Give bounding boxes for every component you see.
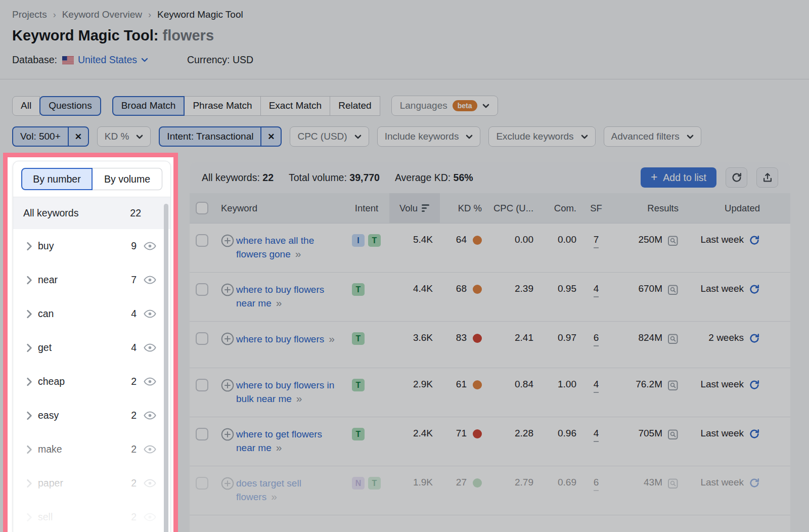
eye-icon[interactable] [144,343,156,352]
eye-icon[interactable] [144,377,156,386]
breadcrumb-projects[interactable]: Projects [12,9,47,20]
database-dropdown[interactable]: United States [78,54,148,66]
by-number-toggle[interactable]: By number [21,168,93,190]
row-checkbox[interactable] [196,283,208,296]
select-all-checkbox[interactable] [196,202,208,214]
match-type-tab[interactable]: Questions [39,96,101,116]
remove-filter-icon[interactable]: ✕ [68,127,88,146]
row-checkbox[interactable] [196,234,208,247]
filter-chip[interactable]: Advanced filters [604,126,701,147]
all-keywords-row[interactable]: All keywords 22 [13,197,170,229]
serp-preview-icon[interactable] [667,284,679,296]
expand-keyword-icon[interactable]: » [276,297,281,308]
remove-filter-icon[interactable]: ✕ [260,127,281,146]
serp-features-link[interactable]: 4 [594,379,599,393]
chevron-right-icon[interactable] [26,479,32,488]
refresh-keyword-icon[interactable] [749,333,760,344]
export-button[interactable] [756,167,778,188]
add-keyword-icon[interactable] [221,477,234,490]
keyword-group-row[interactable]: near 7 [13,263,170,297]
serp-preview-icon[interactable] [667,379,679,391]
match-type-tab[interactable]: All [12,96,40,116]
keyword-link[interactable]: where have all the flowers gone» [236,234,341,261]
refresh-table-button[interactable] [726,167,747,188]
serp-preview-icon[interactable] [667,235,679,247]
keyword-group-row[interactable]: buy 9 [13,229,170,263]
serp-preview-icon[interactable] [667,428,679,440]
add-keyword-icon[interactable] [221,234,234,247]
intent-badge-t: T [352,428,365,440]
keyword-group-row[interactable]: can 4 [13,297,170,331]
chevron-right-icon[interactable] [26,377,32,386]
languages-dropdown[interactable]: Languages beta [391,96,498,116]
keyword-link[interactable]: where to buy flowers» [236,332,334,346]
keyword-link[interactable]: does target sell flowers» [236,477,341,504]
keyword-link[interactable]: where to buy flowers in bulk near me» [236,379,341,406]
row-checkbox[interactable] [196,379,208,391]
keyword-link[interactable]: where to get flowers near me» [236,428,341,455]
match-type-tab[interactable]: Related [330,96,380,116]
eye-icon[interactable] [144,309,156,318]
chevron-right-icon[interactable] [26,445,32,454]
keyword-group-row[interactable]: sell 2 [13,500,170,532]
beta-badge: beta [453,100,477,111]
chevron-right-icon[interactable] [26,242,32,251]
refresh-keyword-icon[interactable] [749,379,760,390]
keyword-group-row[interactable]: cheap 2 [13,365,170,398]
expand-keyword-icon[interactable]: » [329,333,334,344]
chevron-right-icon[interactable] [26,343,32,352]
chevron-right-icon[interactable] [26,309,32,319]
keyword-group-row[interactable]: easy 2 [13,398,170,432]
eye-icon[interactable] [144,242,156,250]
eye-icon[interactable] [144,479,156,487]
chevron-right-icon[interactable] [26,276,32,285]
filter-chip[interactable]: Intent: Transactional ✕ [159,126,282,147]
serp-preview-icon[interactable] [667,477,679,490]
filter-chip[interactable]: Exclude keywords [488,126,595,147]
eye-icon[interactable] [144,445,156,454]
filter-chip[interactable]: KD % [97,126,151,147]
add-keyword-icon[interactable] [221,332,234,345]
serp-features-link[interactable]: 4 [594,428,599,442]
row-checkbox[interactable] [196,428,208,440]
eye-icon[interactable] [144,411,156,420]
keyword-group-count: 2 [131,444,137,455]
match-type-tab[interactable]: Exact Match [260,96,331,116]
row-checkbox[interactable] [196,477,208,490]
match-type-tab[interactable]: Phrase Match [184,96,260,116]
serp-features-link[interactable]: 7 [594,234,599,248]
refresh-keyword-icon[interactable] [749,477,760,489]
sidebar-scrollbar-thumb[interactable] [164,204,168,532]
refresh-keyword-icon[interactable] [749,284,760,295]
eye-icon[interactable] [144,276,156,284]
serp-features-link[interactable]: 6 [594,477,599,491]
breadcrumb-keyword-overview[interactable]: Keyword Overview [62,9,142,20]
expand-keyword-icon[interactable]: » [276,441,281,453]
match-type-tab[interactable]: Broad Match [112,96,185,116]
by-volume-toggle[interactable]: By volume [93,168,162,190]
refresh-keyword-icon[interactable] [749,428,760,439]
column-header-volume[interactable]: Volu [389,193,440,223]
refresh-keyword-icon[interactable] [749,235,760,246]
eye-icon[interactable] [144,513,156,521]
row-checkbox[interactable] [196,332,208,345]
serp-preview-icon[interactable] [667,333,679,345]
serp-features-link[interactable]: 6 [594,332,599,346]
add-keyword-icon[interactable] [221,379,234,392]
keyword-group-row[interactable]: make 2 [13,432,170,466]
keyword-link[interactable]: where to buy flowers near me» [236,283,341,310]
serp-features-link[interactable]: 4 [594,283,599,297]
add-to-list-button[interactable]: +Add to list [641,167,716,188]
expand-keyword-icon[interactable]: » [296,392,301,404]
chevron-right-icon[interactable] [26,513,32,522]
keyword-group-row[interactable]: get 4 [13,331,170,365]
keyword-group-row[interactable]: paper 2 [13,466,170,500]
expand-keyword-icon[interactable]: » [271,491,276,502]
expand-keyword-icon[interactable]: » [295,248,300,259]
filter-chip[interactable]: Vol: 500+ ✕ [12,126,89,147]
add-keyword-icon[interactable] [221,428,234,441]
add-keyword-icon[interactable] [221,283,234,296]
filter-chip[interactable]: Include keywords [377,126,481,147]
filter-chip[interactable]: CPC (USD) [290,126,369,147]
chevron-right-icon[interactable] [26,411,32,420]
